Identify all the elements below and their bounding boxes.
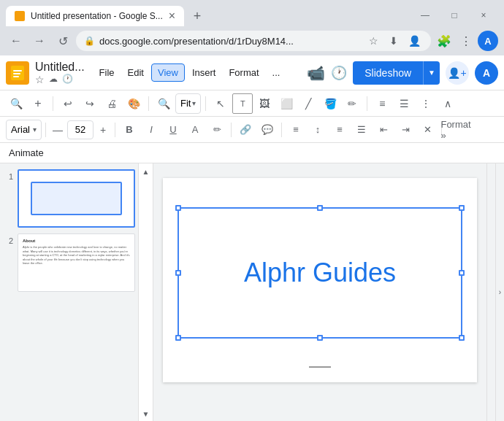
- svg-rect-3: [13, 76, 19, 77]
- history-button[interactable]: 🕐: [331, 65, 347, 81]
- fill-color-btn[interactable]: 🪣: [320, 93, 340, 114]
- handle-bottom-left[interactable]: [175, 335, 181, 341]
- image-btn[interactable]: 🖼: [254, 93, 275, 114]
- link-btn[interactable]: 🔗: [235, 120, 256, 140]
- close-button[interactable]: ×: [469, 4, 498, 26]
- header-right: 📹 🕐 Slideshow ▼ 👤+ A: [307, 61, 498, 85]
- history-icon[interactable]: 🕐: [62, 74, 73, 85]
- menu-file[interactable]: File: [93, 64, 121, 81]
- app-title: Untitled...: [35, 61, 85, 74]
- line-color-btn[interactable]: ✏: [342, 93, 362, 114]
- font-size-decrease-btn[interactable]: —: [50, 122, 66, 138]
- app: Untitled... ☆ ☁ 🕐 File Edit View Insert …: [0, 55, 504, 421]
- undo-btn[interactable]: ↩: [58, 93, 78, 114]
- share-button[interactable]: 👤+: [446, 61, 469, 85]
- app-title-icons: ☆ ☁ 🕐: [35, 74, 85, 85]
- menu-format[interactable]: Format: [223, 64, 264, 81]
- numbered-list-btn[interactable]: ☰: [351, 120, 372, 140]
- menu-more[interactable]: ...: [267, 64, 286, 81]
- back-button[interactable]: ←: [6, 31, 26, 51]
- format-label-btn[interactable]: Format »: [446, 120, 466, 140]
- slide-canvas[interactable]: Alphr Guides: [163, 178, 477, 382]
- bookmark-icon[interactable]: ☆: [364, 32, 382, 50]
- user-avatar[interactable]: A: [475, 61, 498, 85]
- right-scrollbar[interactable]: [486, 163, 495, 421]
- maximize-button[interactable]: □: [440, 4, 469, 26]
- app-logo: [6, 61, 29, 85]
- new-tab-button[interactable]: +: [187, 6, 207, 26]
- address-bar[interactable]: 🔒 docs.google.com/presentation/d/1rDuy8M…: [76, 31, 431, 51]
- reload-button[interactable]: ↺: [53, 31, 73, 51]
- ruler-arrow-up[interactable]: ▲: [142, 168, 150, 176]
- italic-btn[interactable]: I: [141, 120, 161, 140]
- font-dropdown-icon: ▾: [33, 125, 37, 134]
- profile-button[interactable]: A: [478, 31, 498, 51]
- camera-icon[interactable]: 📹: [307, 64, 325, 82]
- active-tab[interactable]: Untitled presentation - Google S... ×: [6, 6, 184, 26]
- menu-insert[interactable]: Insert: [186, 64, 222, 81]
- search-toolbar-btn[interactable]: 🔍: [6, 93, 26, 114]
- paint-format-btn[interactable]: 🎨: [123, 93, 144, 114]
- handle-top-left[interactable]: [175, 205, 181, 211]
- handle-bottom-middle[interactable]: [317, 335, 323, 341]
- text-color-btn[interactable]: A: [185, 120, 205, 140]
- menu-view[interactable]: View: [151, 63, 185, 82]
- slideshow-button[interactable]: Slideshow: [353, 61, 423, 85]
- menu-bar: File Edit View Insert Format ...: [93, 63, 286, 82]
- redo-btn[interactable]: ↪: [80, 93, 100, 114]
- comment-btn[interactable]: 💬: [257, 120, 278, 140]
- collapse-handle[interactable]: ›: [495, 163, 504, 421]
- minimize-button[interactable]: —: [411, 4, 440, 26]
- indent-decrease-btn[interactable]: ⇤: [373, 120, 394, 140]
- handle-top-right[interactable]: [459, 205, 465, 211]
- slide-thumbnail-1[interactable]: 1: [3, 169, 135, 228]
- align-btn[interactable]: ≡: [286, 120, 306, 140]
- more-toolbar-btn[interactable]: ⋮: [416, 93, 436, 114]
- star-icon[interactable]: ☆: [35, 74, 45, 85]
- menu-edit[interactable]: Edit: [122, 64, 150, 81]
- bullet-list-btn[interactable]: ≡: [329, 120, 350, 140]
- format-sep-2: [115, 123, 115, 137]
- text-box-btn[interactable]: T: [232, 93, 253, 114]
- extensions-icon[interactable]: 🧩: [434, 31, 454, 51]
- tab-close-button[interactable]: ×: [169, 10, 175, 22]
- selected-text-box[interactable]: Alphr Guides: [177, 207, 462, 339]
- handle-middle-left[interactable]: [175, 270, 181, 276]
- line-spacing-btn[interactable]: ↕: [308, 120, 328, 140]
- add-btn[interactable]: +: [28, 93, 48, 114]
- cloud-icon[interactable]: ☁: [49, 74, 58, 85]
- indent-increase-btn[interactable]: ⇥: [395, 120, 416, 140]
- clear-format-btn[interactable]: ✕: [417, 120, 438, 140]
- account-icon[interactable]: 👤: [405, 32, 423, 50]
- select-tool-btn[interactable]: ↖: [210, 93, 231, 114]
- align-center-btn[interactable]: ☰: [394, 93, 414, 114]
- more-options-icon[interactable]: ⋮: [456, 31, 476, 51]
- shapes-btn[interactable]: ⬜: [276, 93, 297, 114]
- slide-separator: [309, 366, 331, 368]
- handle-middle-right[interactable]: [459, 270, 465, 276]
- font-size-area: — +: [50, 120, 111, 139]
- highlight-btn[interactable]: ✏: [207, 120, 227, 140]
- align-left-btn[interactable]: ≡: [372, 93, 392, 114]
- collapse-toolbar-btn[interactable]: ∧: [438, 93, 458, 114]
- format-sep-4: [281, 123, 282, 137]
- ruler-arrow-down[interactable]: ▼: [142, 410, 150, 418]
- underline-btn[interactable]: U: [163, 120, 183, 140]
- line-btn[interactable]: ╱: [298, 93, 318, 114]
- font-size-input[interactable]: [67, 120, 93, 139]
- forward-button[interactable]: →: [29, 31, 50, 51]
- handle-bottom-right[interactable]: [459, 335, 465, 341]
- app-title-area: Untitled... ☆ ☁ 🕐: [35, 61, 85, 85]
- bold-btn[interactable]: B: [119, 120, 140, 140]
- print-btn[interactable]: 🖨: [102, 93, 122, 114]
- handle-top-middle[interactable]: [317, 205, 323, 211]
- zoom-dropdown-icon: ▾: [192, 99, 196, 107]
- slideshow-dropdown-button[interactable]: ▼: [423, 61, 440, 85]
- zoom-search-btn[interactable]: 🔍: [153, 93, 174, 114]
- font-size-increase-btn[interactable]: +: [95, 122, 111, 138]
- zoom-select[interactable]: Fit ▾: [175, 93, 201, 114]
- download-icon[interactable]: ⬇: [385, 32, 402, 50]
- main-area: 1 2 About Alphr is the people who celebr…: [0, 163, 504, 421]
- font-select[interactable]: Arial ▾: [6, 120, 42, 140]
- slide-thumbnail-2[interactable]: 2 About Alphr is the people who celebrat…: [3, 233, 135, 292]
